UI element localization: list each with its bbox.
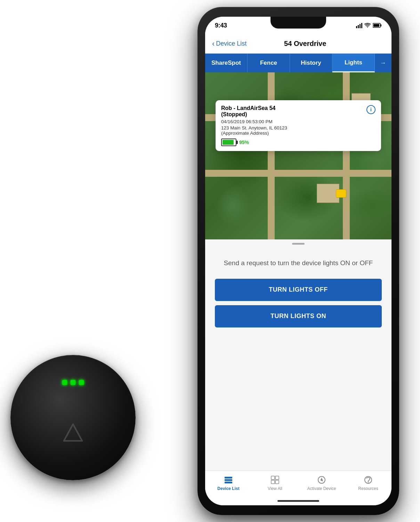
- scroll-indicator: [205, 239, 391, 248]
- map-road-horizontal-2: [205, 170, 391, 177]
- tab-more[interactable]: →: [375, 54, 391, 72]
- svg-rect-13: [271, 480, 275, 484]
- status-icons: [356, 23, 382, 28]
- device-list-icon: [224, 475, 233, 485]
- puck-led-3: [79, 380, 84, 385]
- lights-content: Send a request to turn the device lights…: [205, 248, 391, 334]
- turn-lights-on-button[interactable]: TURN LIGHTS ON: [215, 305, 382, 327]
- svg-rect-7: [373, 24, 379, 27]
- puck-led-2: [71, 380, 75, 385]
- puck-brand-logo: [59, 419, 87, 447]
- turn-lights-off-button[interactable]: TURN LIGHTS OFF: [215, 279, 382, 301]
- puck-led-1: [62, 380, 67, 385]
- bottom-nav-device-list[interactable]: Device List: [205, 475, 252, 491]
- map-view[interactable]: Rob - LandAirSea 54 (Stopped) i 04/16/20…: [205, 72, 391, 239]
- activate-device-icon: [317, 475, 326, 485]
- resources-icon: [363, 475, 373, 485]
- tab-bar: ShareSpot Fence History Lights →: [205, 54, 391, 72]
- page-title: 54 Overdrive: [247, 40, 364, 48]
- bottom-nav-activate-label: Activate Device: [307, 486, 336, 491]
- tab-fence[interactable]: Fence: [248, 54, 290, 72]
- puck-led-lights: [62, 380, 84, 385]
- bottom-nav-view-all[interactable]: View All: [252, 475, 298, 491]
- bottom-nav-device-list-label: Device List: [217, 486, 239, 491]
- map-road-vertical-2: [343, 72, 350, 239]
- popup-device-status: (Stopped): [221, 111, 275, 118]
- bottom-nav-resources[interactable]: Resources: [345, 475, 391, 491]
- battery-icon: [221, 139, 236, 146]
- status-time: 9:43: [215, 22, 227, 29]
- svg-rect-6: [380, 24, 381, 26]
- battery-percentage: 95%: [239, 140, 249, 145]
- bottom-nav-resources-label: Resources: [358, 486, 378, 491]
- phone-device: 9:43: [197, 7, 399, 515]
- back-label[interactable]: Device List: [216, 40, 247, 47]
- svg-marker-0: [64, 424, 82, 441]
- popup-address: 123 Main St. Anytown, IL 60123 (Approxim…: [221, 125, 375, 136]
- back-button[interactable]: ‹ Device List: [212, 39, 247, 48]
- battery-fill: [223, 140, 234, 145]
- navigation-bar: ‹ Device List 54 Overdrive: [205, 34, 391, 54]
- signal-icon: [356, 23, 362, 28]
- svg-rect-1: [356, 26, 357, 28]
- svg-rect-8: [225, 477, 232, 478]
- popup-device-name: Rob - LandAirSea 54: [221, 105, 275, 111]
- scroll-dot: [292, 243, 305, 245]
- battery-status-icon: [373, 23, 382, 28]
- popup-battery: 95%: [221, 139, 375, 146]
- phone-home-bar: [277, 500, 319, 502]
- view-all-icon: [270, 475, 280, 485]
- phone-screen: 9:43: [205, 17, 391, 505]
- tab-history[interactable]: History: [290, 54, 332, 72]
- location-info-popup: Rob - LandAirSea 54 (Stopped) i 04/16/20…: [216, 100, 381, 151]
- svg-rect-3: [360, 24, 361, 28]
- lights-description: Send a request to turn the device lights…: [215, 258, 382, 268]
- popup-datetime: 04/16/2019 06:53:00 PM: [221, 119, 375, 124]
- tab-sharespot[interactable]: ShareSpot: [205, 54, 248, 72]
- phone-notch: [270, 17, 326, 29]
- popup-info-icon[interactable]: i: [366, 105, 375, 114]
- svg-rect-14: [275, 480, 279, 484]
- map-road-vertical-1: [268, 72, 275, 239]
- bottom-nav-view-all-label: View All: [268, 486, 282, 491]
- back-chevron-icon: ‹: [212, 39, 215, 48]
- svg-rect-11: [271, 476, 275, 480]
- svg-rect-9: [225, 479, 232, 481]
- svg-point-18: [368, 483, 369, 484]
- vehicle-marker: [336, 189, 346, 198]
- tab-lights[interactable]: Lights: [332, 54, 375, 72]
- svg-rect-10: [225, 482, 232, 483]
- svg-rect-4: [361, 23, 362, 28]
- bottom-nav-activate[interactable]: Activate Device: [298, 475, 345, 491]
- physical-device: [10, 355, 136, 480]
- svg-rect-12: [275, 476, 279, 480]
- svg-rect-2: [358, 25, 359, 28]
- svg-point-16: [321, 479, 323, 481]
- wifi-icon: [364, 23, 371, 28]
